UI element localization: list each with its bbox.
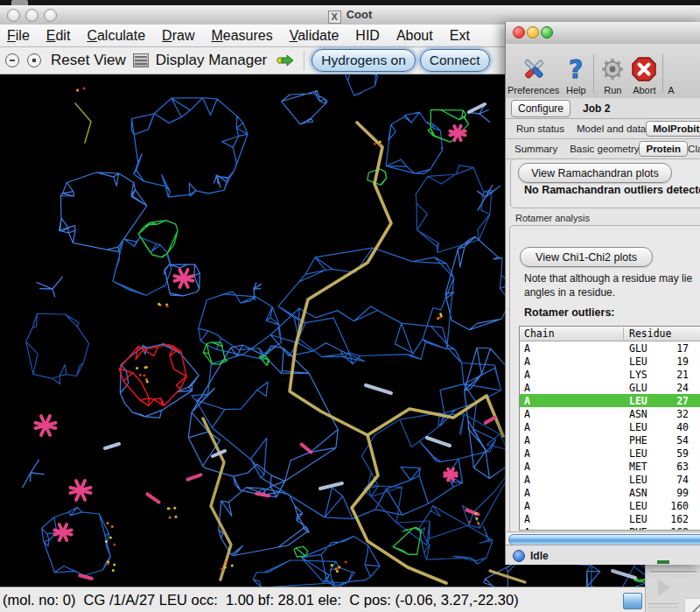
- menu-draw[interactable]: Draw: [162, 28, 194, 44]
- a-button[interactable]: A: [668, 54, 674, 98]
- dialog-status-text: Idle: [530, 550, 549, 562]
- ramachandran-message: No Ramachandran outliers detected: [524, 184, 700, 196]
- main-status-bar: (mol. no: 0) CG /1/A/27 LEU occ: 1.00 bf…: [0, 587, 700, 612]
- zoom-mode-icon[interactable]: [27, 53, 41, 67]
- dialog-tabs-sub: SummaryBasic geometryProteinClashes: [506, 139, 700, 159]
- gutter-line: [648, 607, 678, 608]
- table-row[interactable]: ALEU160: [520, 499, 700, 512]
- table-body: AGLU17ALEU19ALYS21AGLU24ALEU27AASN32ALEU…: [520, 341, 700, 531]
- tab-molprobity[interactable]: MolProbity: [646, 121, 700, 137]
- table-row[interactable]: APHE168: [520, 525, 700, 531]
- toolbar-button-label: Preferences: [508, 85, 559, 95]
- rotamer-outliers-table[interactable]: Chain Residue AGLU17ALEU19ALYS21AGLU24AL…: [519, 326, 700, 531]
- toolbar-button-label: Abort: [633, 85, 655, 95]
- dialog-close-button[interactable]: [513, 26, 525, 39]
- view-ramachandran-plots-button[interactable]: View Ramachandran plots: [518, 163, 672, 183]
- tab-run-status[interactable]: Run status: [516, 123, 564, 134]
- none: [668, 54, 674, 84]
- help-button[interactable]: ?Help: [563, 54, 589, 98]
- gutter-line: [648, 603, 678, 604]
- resize-grip[interactable]: [684, 598, 700, 612]
- mesh-fragment: [657, 560, 669, 564]
- rotamer-note-line1: Note that although a residue may lie: [524, 272, 692, 285]
- tab-configure[interactable]: Configure: [511, 100, 570, 117]
- gutter-divider: [650, 571, 696, 573]
- menu-validate[interactable]: Validate: [290, 28, 340, 44]
- tab-job-2[interactable]: Job 2: [583, 102, 610, 115]
- gear-icon: [598, 54, 626, 84]
- dialog-toolbar: Preferences?HelpRunAbortA: [506, 44, 700, 99]
- svg-text:?: ?: [569, 55, 583, 83]
- table-row[interactable]: ALEU162: [520, 512, 700, 525]
- toolbar-button-label: Run: [604, 85, 621, 95]
- toolbar-separator: [304, 51, 304, 70]
- rotamer-note-line2: angles in a residue.: [524, 286, 615, 299]
- table-row[interactable]: ALEU27: [520, 394, 700, 407]
- menu-ext[interactable]: Ext: [450, 28, 470, 44]
- hydrogens-on-button[interactable]: Hydrogens on: [312, 49, 416, 72]
- rotamer-frame-label: Rotamer analysis: [513, 213, 592, 223]
- dialog-status-bar: Idle: [506, 545, 700, 565]
- go-arrow-icon[interactable]: [276, 53, 294, 67]
- connect-button[interactable]: Connect: [420, 49, 490, 72]
- display-manager-button[interactable]: Display Manager: [156, 52, 268, 69]
- tab-summary[interactable]: Summary: [514, 144, 557, 154]
- dialog-tabs-mid: Run statusModel and dataMolProbity: [506, 119, 700, 139]
- table-row[interactable]: ALEU19: [520, 355, 700, 368]
- tab-basic-geometry[interactable]: Basic geometry: [570, 144, 639, 154]
- table-row[interactable]: ALYS21: [520, 368, 700, 381]
- table-row[interactable]: AGLU24: [520, 381, 700, 394]
- abort-icon: [630, 54, 658, 84]
- table-row[interactable]: AGLU17: [520, 341, 700, 355]
- table-row[interactable]: ALEU59: [520, 447, 700, 460]
- table-row[interactable]: ALEU40: [520, 420, 700, 433]
- dialog-minimize-button[interactable]: [527, 26, 539, 39]
- table-row[interactable]: AASN99: [520, 486, 700, 499]
- toolbar-button-label: A: [668, 85, 674, 95]
- tab-clashes[interactable]: Clashes: [688, 144, 700, 154]
- display-manager-icon[interactable]: [133, 53, 149, 67]
- x11-icon: X: [328, 11, 341, 24]
- menu-edit[interactable]: Edit: [46, 28, 71, 44]
- reset-view-button[interactable]: Reset View: [51, 52, 126, 69]
- validation-dialog: Preferences?HelpRunAbortA ConfigureJob 2…: [505, 22, 700, 565]
- tools-icon: [520, 54, 548, 84]
- rotamer-outliers-label: Rotamer outliers:: [524, 306, 615, 319]
- residue-column-header[interactable]: Residue: [624, 327, 671, 340]
- menu-file[interactable]: File: [7, 28, 30, 44]
- abort-button[interactable]: Abort: [630, 54, 658, 98]
- preferences-button[interactable]: Preferences: [508, 54, 559, 98]
- table-row[interactable]: ALEU74: [520, 473, 700, 486]
- rotate-mode-icon[interactable]: [5, 53, 19, 67]
- tab-model-and-data[interactable]: Model and data: [577, 123, 646, 134]
- status-led-icon: [513, 550, 525, 562]
- dialog-zoom-button[interactable]: [541, 26, 553, 39]
- dialog-titlebar: [506, 22, 700, 45]
- chain-column-header[interactable]: Chain: [520, 327, 624, 340]
- menu-measures[interactable]: Measures: [211, 28, 272, 44]
- help-icon: ?: [563, 54, 589, 84]
- scrollbar-thumb[interactable]: [508, 534, 700, 545]
- menu-calculate[interactable]: Calculate: [87, 28, 145, 44]
- expand-toolbar-icon[interactable]: [658, 579, 670, 596]
- scrollbar-swatch[interactable]: [623, 593, 642, 609]
- table-header[interactable]: Chain Residue: [520, 327, 700, 341]
- dialog-toolbar-separator: [593, 54, 594, 93]
- table-row[interactable]: AASN32: [520, 407, 700, 420]
- run-button[interactable]: Run: [598, 54, 626, 98]
- table-row[interactable]: AMET63: [520, 460, 700, 473]
- dialog-toolbar-separator: [662, 54, 663, 93]
- toolbar-button-label: Help: [566, 85, 586, 95]
- atom-status-text: (mol. no: 0) CG /1/A/27 LEU occ: 1.00 bf…: [3, 592, 519, 608]
- table-row[interactable]: APHE54: [520, 433, 700, 447]
- dialog-tabs-top: ConfigureJob 2: [506, 98, 700, 119]
- view-chi1-chi2-plots-button[interactable]: View Chi1-Chi2 plots: [520, 247, 653, 267]
- tab-protein[interactable]: Protein: [639, 141, 688, 157]
- screen: XCoot FileEditCalculateDrawMeasuresValid…: [0, 0, 700, 612]
- menu-hid[interactable]: HID: [355, 28, 380, 44]
- menu-about[interactable]: About: [396, 28, 433, 44]
